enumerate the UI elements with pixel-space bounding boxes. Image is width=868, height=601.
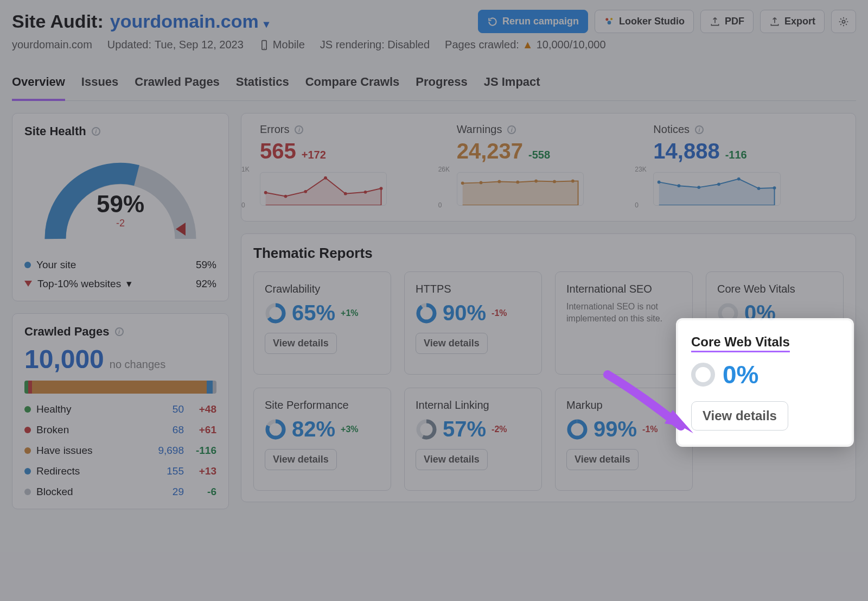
crawled-pages-card: Crawled Pages 10,000 no changes Healthy … xyxy=(12,313,229,509)
crawled-pages-item[interactable]: Blocked 29 -6 xyxy=(24,486,216,498)
errors-label: Errors xyxy=(260,123,289,136)
view-details-button[interactable]: View details xyxy=(416,333,488,354)
cp-item-label: Broken xyxy=(36,424,69,436)
errors-spark xyxy=(260,172,387,206)
looker-icon xyxy=(604,16,615,27)
tab-js-impact[interactable]: JS Impact xyxy=(484,68,540,100)
svg-point-9 xyxy=(304,190,307,193)
meta-device: Mobile xyxy=(259,39,305,51)
svg-point-39 xyxy=(569,421,585,438)
thematic-tile: International SEOInternational SEO is no… xyxy=(555,271,693,375)
info-icon[interactable] xyxy=(115,327,124,336)
meta-crawled: Pages crawled: ▲ 10,000/10,000 xyxy=(445,39,605,51)
cp-item-label: Redirects xyxy=(36,465,80,477)
tile-note: International SEO is not implemented on … xyxy=(566,301,681,325)
tile-title: Crawlability xyxy=(265,283,380,295)
crawled-pages-item[interactable]: Healthy 50 +48 xyxy=(24,403,216,415)
tile-delta: -2% xyxy=(492,425,507,434)
view-details-button[interactable]: View details xyxy=(691,401,788,431)
rerun-campaign-button[interactable]: Rerun campaign xyxy=(478,10,588,33)
svg-point-15 xyxy=(479,181,482,184)
notices-spark xyxy=(653,172,780,206)
view-details-button[interactable]: View details xyxy=(416,449,488,470)
settings-button[interactable] xyxy=(831,10,856,33)
info-icon[interactable] xyxy=(92,127,100,136)
cwv-value: 0% xyxy=(723,360,758,389)
chevron-down-icon: ▾ xyxy=(126,277,132,290)
dot-icon xyxy=(24,489,31,495)
upload-icon xyxy=(710,16,720,27)
view-details-button[interactable]: View details xyxy=(265,449,337,470)
dot-icon xyxy=(24,427,31,433)
cp-item-count: 155 xyxy=(154,465,184,477)
tab-issues[interactable]: Issues xyxy=(81,68,119,100)
cp-item-count: 29 xyxy=(154,486,184,498)
pdf-button[interactable]: PDF xyxy=(700,10,754,33)
svg-point-1 xyxy=(608,21,611,24)
svg-point-23 xyxy=(698,186,701,189)
thematic-tile: Markup 99% -1% View details xyxy=(555,388,693,491)
cp-item-label: Blocked xyxy=(36,486,73,498)
main-tabs: Overview Issues Crawled Pages Statistics… xyxy=(12,68,856,101)
svg-point-14 xyxy=(461,181,464,185)
page-title-block: Site Audit: yourdomain.com ▾ xyxy=(12,11,269,32)
dot-icon xyxy=(24,262,31,268)
view-details-button[interactable]: View details xyxy=(265,333,337,354)
warnings-delta: -558 xyxy=(528,149,550,161)
meta-jsrender: JS rendering: Disabled xyxy=(320,39,430,51)
tile-value: 99% xyxy=(593,417,637,441)
crawled-pages-bar xyxy=(24,381,216,394)
tile-title: HTTPS xyxy=(416,283,531,295)
refresh-icon xyxy=(487,16,498,27)
notices-label: Notices xyxy=(653,123,690,136)
svg-point-27 xyxy=(773,186,776,189)
tile-value: 57% xyxy=(443,417,486,441)
tile-title: Internal Linking xyxy=(416,399,531,412)
info-icon[interactable] xyxy=(507,125,516,134)
tab-statistics[interactable]: Statistics xyxy=(236,68,289,100)
svg-point-2 xyxy=(610,17,612,20)
cp-item-delta: +48 xyxy=(189,403,216,415)
info-icon[interactable] xyxy=(695,125,704,134)
crawled-pages-sub: no changes xyxy=(110,358,165,371)
cp-item-label: Have issues xyxy=(36,445,93,457)
svg-point-25 xyxy=(737,178,741,181)
view-details-button[interactable]: View details xyxy=(566,449,639,470)
svg-point-21 xyxy=(658,181,661,184)
svg-point-22 xyxy=(678,184,681,187)
tile-delta: +3% xyxy=(341,425,358,434)
svg-point-18 xyxy=(534,180,538,183)
rerun-label: Rerun campaign xyxy=(502,16,579,27)
donut-icon xyxy=(416,302,437,324)
svg-point-5 xyxy=(264,48,265,49)
export-button[interactable]: Export xyxy=(760,10,825,33)
tab-compare-crawls[interactable]: Compare Crawls xyxy=(305,68,400,100)
mobile-icon xyxy=(259,40,270,50)
donut-icon xyxy=(265,419,286,440)
crawled-pages-item[interactable]: Redirects 155 +13 xyxy=(24,465,216,477)
project-domain-text: yourdomain.com xyxy=(110,11,259,31)
thematic-tile: Site Performance 82% +3% View details xyxy=(253,388,391,491)
cp-item-count: 9,698 xyxy=(154,445,184,457)
tab-crawled-pages[interactable]: Crawled Pages xyxy=(135,68,220,100)
notices-delta: -116 xyxy=(725,149,747,161)
thematic-tile: HTTPS 90% -1% View details xyxy=(404,271,542,375)
tile-value: 65% xyxy=(292,301,335,325)
svg-point-17 xyxy=(516,181,519,184)
site-health-delta: -2 xyxy=(97,218,144,229)
project-dropdown[interactable]: yourdomain.com ▾ xyxy=(110,11,269,32)
chevron-down-icon: ▾ xyxy=(264,18,269,30)
site-health-title: Site Health xyxy=(24,124,86,138)
crawled-pages-item[interactable]: Broken 68 +61 xyxy=(24,424,216,436)
donut-icon xyxy=(265,302,286,324)
crawled-pages-item[interactable]: Have issues 9,698 -116 xyxy=(24,445,216,457)
info-icon[interactable] xyxy=(295,125,303,134)
legend-top10[interactable]: Top-10% websites ▾ 92% xyxy=(24,277,216,290)
looker-studio-button[interactable]: Looker Studio xyxy=(595,10,694,33)
svg-point-13 xyxy=(380,187,383,190)
tile-title: International SEO xyxy=(566,283,681,295)
thematic-tile: Crawlability 65% +1% View details xyxy=(253,271,391,375)
tab-overview[interactable]: Overview xyxy=(12,68,65,101)
svg-point-8 xyxy=(284,195,288,198)
tab-progress[interactable]: Progress xyxy=(416,68,467,100)
